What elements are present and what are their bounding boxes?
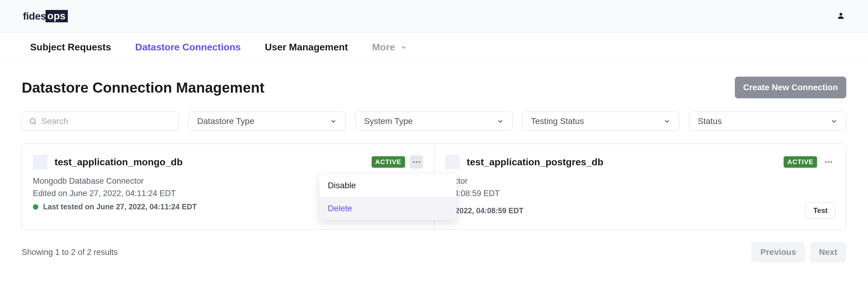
search-icon: [29, 117, 37, 125]
connection-card: test_application_mongo_db ACTIVE Mongodb…: [22, 144, 434, 230]
svg-point-0: [839, 13, 842, 16]
actions-dropdown: Disable Delete: [319, 174, 457, 220]
svg-line-2: [34, 123, 36, 124]
pagination-buttons: Previous Next: [751, 242, 846, 262]
card-actions: ACTIVE: [784, 155, 835, 169]
tested-timestamp: Last tested on June 27, 2022, 04:11:24 E…: [43, 202, 197, 211]
chevron-down-icon: [663, 118, 671, 125]
chevron-down-icon: [497, 118, 504, 125]
logo[interactable]: fides ops: [23, 10, 68, 22]
nav-user-management[interactable]: User Management: [265, 41, 348, 53]
more-actions-button[interactable]: [822, 155, 835, 169]
next-button[interactable]: Next: [810, 242, 846, 262]
page-title: Datastore Connection Management: [22, 79, 264, 96]
results-count: Showing 1 to 2 of 2 results: [22, 247, 118, 257]
main-nav: Subject Requests Datastore Connections U…: [0, 33, 868, 62]
connection-name: test_application_postgres_db: [467, 156, 603, 168]
logo-text-ops: ops: [45, 10, 68, 22]
chevron-down-icon: [400, 44, 407, 51]
filter-status[interactable]: Status: [689, 112, 846, 131]
tested-row: 2022, 04:08:59 EDT: [445, 206, 524, 215]
svg-point-1: [30, 119, 35, 123]
search-input[interactable]: [41, 116, 172, 126]
connector-icon: [445, 155, 460, 169]
status-dot-icon: [33, 204, 38, 210]
ellipsis-icon: [825, 161, 832, 163]
test-button[interactable]: Test: [806, 202, 835, 219]
svg-point-8: [831, 162, 832, 163]
edited-timestamp: , 04:08:59 EDT: [445, 189, 835, 198]
page-header: Datastore Connection Management Create N…: [22, 77, 846, 98]
connector-type: nector: [445, 176, 835, 186]
user-menu[interactable]: [837, 11, 845, 21]
filter-row: Datastore Type System Type Testing Statu…: [22, 112, 846, 131]
chevron-down-icon: [830, 118, 838, 125]
nav-subject-requests[interactable]: Subject Requests: [30, 41, 111, 53]
status-badge: ACTIVE: [372, 156, 405, 168]
svg-point-6: [825, 162, 827, 163]
filter-label: Status: [698, 116, 721, 126]
card-footer: 2022, 04:08:59 EDT Test: [445, 202, 835, 219]
ellipsis-icon: [412, 161, 421, 163]
user-icon: [837, 11, 845, 20]
status-badge: ACTIVE: [784, 156, 817, 168]
card-title-row: test_application_postgres_db: [445, 155, 603, 169]
svg-point-5: [418, 162, 420, 163]
filter-label: Testing Status: [531, 116, 584, 126]
connection-card: test_application_postgres_db ACTIVE nect…: [434, 144, 846, 230]
tested-timestamp: 2022, 04:08:59 EDT: [456, 206, 524, 215]
card-title-row: test_application_mongo_db: [33, 155, 183, 169]
filter-system-type[interactable]: System Type: [355, 112, 513, 131]
menu-item-disable[interactable]: Disable: [319, 174, 457, 197]
card-header: test_application_mongo_db ACTIVE: [33, 155, 423, 169]
filter-label: System Type: [364, 116, 412, 126]
main-content: Datastore Connection Management Create N…: [0, 62, 868, 274]
previous-button[interactable]: Previous: [751, 242, 805, 262]
logo-text-fides: fides: [23, 10, 46, 22]
svg-point-7: [828, 162, 830, 163]
filter-datastore-type[interactable]: Datastore Type: [188, 112, 346, 131]
card-header: test_application_postgres_db ACTIVE: [445, 155, 835, 169]
svg-point-4: [415, 162, 417, 163]
filter-label: Datastore Type: [197, 116, 254, 126]
connection-name: test_application_mongo_db: [55, 156, 183, 168]
filter-testing-status[interactable]: Testing Status: [522, 112, 680, 131]
nav-datastore-connections[interactable]: Datastore Connections: [135, 41, 241, 53]
tested-row: Last tested on June 27, 2022, 04:11:24 E…: [33, 202, 197, 211]
search-box[interactable]: [22, 112, 179, 131]
nav-more-label: More: [372, 41, 395, 53]
card-actions: ACTIVE: [372, 155, 423, 169]
create-connection-button[interactable]: Create New Connection: [735, 77, 846, 98]
chevron-down-icon: [330, 118, 337, 125]
top-header: fides ops: [0, 0, 868, 33]
nav-more[interactable]: More: [372, 41, 407, 53]
pagination: Showing 1 to 2 of 2 results Previous Nex…: [22, 242, 846, 262]
svg-point-3: [413, 162, 414, 163]
more-actions-button[interactable]: [410, 155, 423, 169]
connector-icon: [33, 155, 47, 169]
connection-cards: test_application_mongo_db ACTIVE Mongodb…: [22, 144, 846, 230]
menu-item-delete[interactable]: Delete: [319, 197, 457, 220]
